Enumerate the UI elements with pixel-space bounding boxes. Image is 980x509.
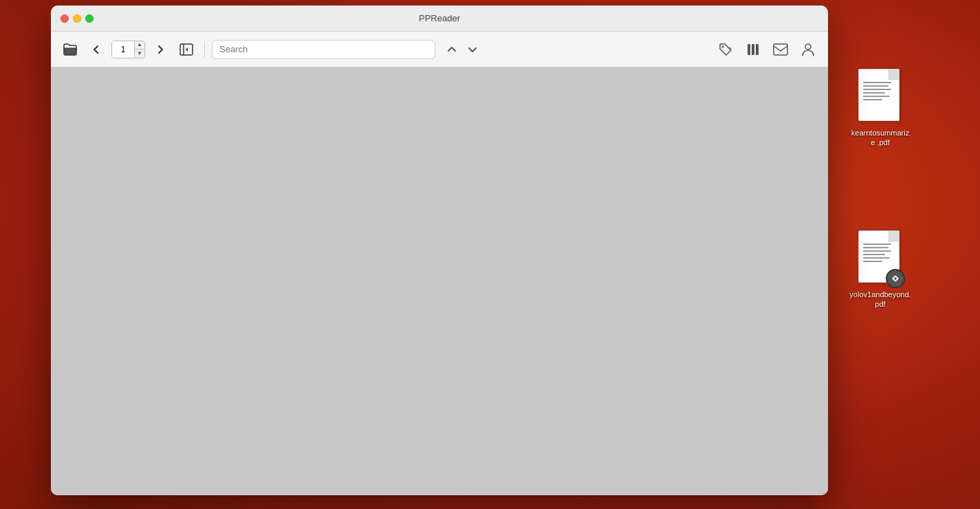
desktop-icons-area: kearntosummarize .pdf xyxy=(849,69,911,309)
open-folder-button[interactable] xyxy=(59,39,81,61)
svg-rect-6 xyxy=(774,44,787,55)
page-spinners: ▲ ▼ xyxy=(134,41,144,58)
folder-open-icon xyxy=(63,43,78,56)
user-icon xyxy=(801,42,816,57)
file-line xyxy=(863,261,882,262)
toolbar: ▲ ▼ xyxy=(51,32,828,67)
main-content-area xyxy=(51,67,828,495)
file-line xyxy=(863,89,891,90)
svg-rect-5 xyxy=(756,44,759,55)
file-line xyxy=(863,243,891,245)
search-prev-button[interactable] xyxy=(442,40,461,59)
mail-icon xyxy=(773,43,788,56)
file-icon-image-2 xyxy=(858,230,902,285)
file-label-1: kearntosummarize .pdf xyxy=(849,128,911,148)
title-bar: PPReader xyxy=(51,6,828,32)
svg-rect-3 xyxy=(748,44,750,55)
search-input[interactable] xyxy=(212,40,435,59)
desktop-file-kearntosummarize[interactable]: kearntosummarize .pdf xyxy=(849,69,911,148)
page-decrement-button[interactable]: ▼ xyxy=(135,50,144,58)
account-button[interactable] xyxy=(796,38,820,61)
file-label-2: yolov1andbeyond. pdf xyxy=(849,290,911,310)
chevron-down-icon xyxy=(467,45,478,54)
desktop-file-yolov1andbeyond[interactable]: yolov1andbeyond. pdf xyxy=(849,230,911,310)
svg-point-2 xyxy=(722,45,724,47)
search-next-button[interactable] xyxy=(463,40,482,59)
file-line xyxy=(863,250,891,252)
page-number-input-wrapper: ▲ ▼ xyxy=(111,41,145,58)
overlay-arrows-icon xyxy=(889,272,902,285)
file-line xyxy=(863,99,882,100)
page-number-input[interactable] xyxy=(112,41,134,58)
file-overlay-badge xyxy=(886,269,905,288)
toggle-sidebar-button[interactable] xyxy=(175,39,197,61)
toolbar-right xyxy=(714,38,820,61)
file-line xyxy=(863,85,889,87)
next-page-icon xyxy=(155,43,166,56)
file-line xyxy=(863,254,885,255)
sidebar-toggle-icon xyxy=(179,43,193,56)
next-page-button[interactable] xyxy=(149,39,171,61)
file-line xyxy=(863,96,890,97)
file-lines-1 xyxy=(863,82,895,102)
file-line xyxy=(863,82,891,83)
tag-button[interactable] xyxy=(714,38,737,61)
maximize-button[interactable] xyxy=(85,14,94,23)
file-paper-1 xyxy=(858,69,900,121)
window-title: PPReader xyxy=(419,13,460,23)
file-icon-image-1 xyxy=(858,69,902,124)
file-line xyxy=(863,247,889,248)
svg-rect-4 xyxy=(752,44,754,55)
svg-point-7 xyxy=(805,44,811,50)
search-navigation xyxy=(442,40,482,59)
library-icon xyxy=(745,42,761,57)
chevron-up-icon xyxy=(446,45,457,54)
page-increment-button[interactable]: ▲ xyxy=(135,41,144,50)
traffic-lights xyxy=(61,14,94,23)
minimize-button[interactable] xyxy=(73,14,81,23)
library-button[interactable] xyxy=(741,38,765,61)
app-window: PPReader ▲ ▼ xyxy=(51,6,828,495)
file-lines-2 xyxy=(863,243,895,264)
prev-page-button[interactable] xyxy=(85,39,107,61)
tag-icon xyxy=(718,42,733,57)
file-line xyxy=(863,92,885,94)
prev-page-icon xyxy=(91,43,102,56)
close-button[interactable] xyxy=(61,14,69,23)
mail-button[interactable] xyxy=(769,38,792,61)
toolbar-separator-1 xyxy=(204,41,205,58)
search-wrapper xyxy=(212,40,435,59)
file-line xyxy=(863,257,890,259)
